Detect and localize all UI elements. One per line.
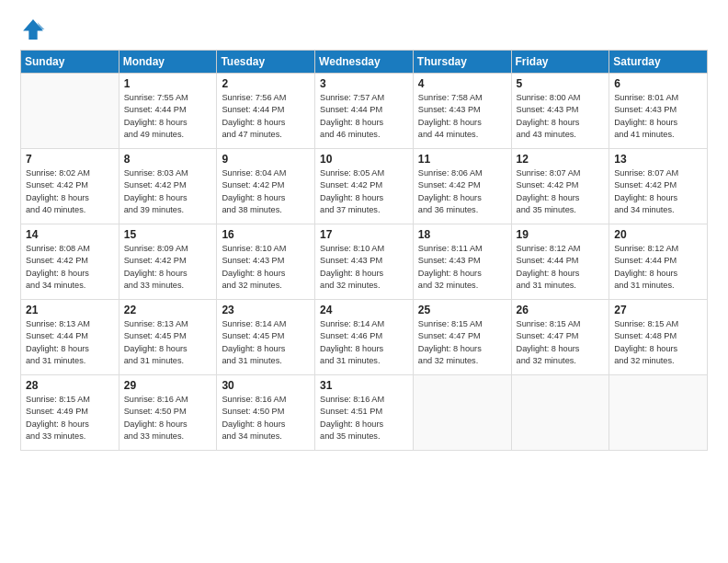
calendar-cell: 6Sunrise: 8:01 AM Sunset: 4:43 PM Daylig… [609,74,708,149]
day-number: 20 [614,228,702,241]
calendar-cell: 27Sunrise: 8:15 AM Sunset: 4:48 PM Dayli… [609,300,708,375]
calendar: SundayMondayTuesdayWednesdayThursdayFrid… [20,50,708,451]
calendar-week-row: 7Sunrise: 8:02 AM Sunset: 4:42 PM Daylig… [21,149,708,224]
header [20,17,708,42]
calendar-cell: 4Sunrise: 7:58 AM Sunset: 4:43 PM Daylig… [413,74,511,149]
day-info: Sunrise: 8:10 AM Sunset: 4:43 PM Dayligh… [320,243,408,292]
calendar-cell: 12Sunrise: 8:07 AM Sunset: 4:42 PM Dayli… [511,149,609,224]
day-of-week-header: Monday [119,51,217,74]
calendar-cell: 24Sunrise: 8:14 AM Sunset: 4:46 PM Dayli… [315,300,414,375]
logo [20,17,50,42]
day-info: Sunrise: 7:57 AM Sunset: 4:44 PM Dayligh… [320,92,408,141]
day-number: 1 [124,77,212,90]
day-info: Sunrise: 7:56 AM Sunset: 4:44 PM Dayligh… [222,92,310,141]
calendar-cell: 10Sunrise: 8:05 AM Sunset: 4:42 PM Dayli… [315,149,414,224]
day-number: 14 [26,228,114,241]
day-info: Sunrise: 8:06 AM Sunset: 4:42 PM Dayligh… [418,167,506,216]
svg-marker-0 [23,19,43,40]
calendar-cell: 18Sunrise: 8:11 AM Sunset: 4:43 PM Dayli… [413,224,511,300]
day-of-week-header: Tuesday [217,51,315,74]
calendar-cell: 3Sunrise: 7:57 AM Sunset: 4:44 PM Daylig… [315,74,414,149]
calendar-cell [413,375,511,451]
calendar-cell: 16Sunrise: 8:10 AM Sunset: 4:43 PM Dayli… [217,224,315,300]
calendar-cell: 21Sunrise: 8:13 AM Sunset: 4:44 PM Dayli… [21,300,119,375]
day-info: Sunrise: 8:05 AM Sunset: 4:42 PM Dayligh… [320,167,408,216]
day-number: 4 [418,77,506,90]
day-number: 26 [517,304,605,316]
day-info: Sunrise: 8:11 AM Sunset: 4:43 PM Dayligh… [418,243,506,292]
day-number: 29 [124,379,212,392]
day-info: Sunrise: 8:03 AM Sunset: 4:42 PM Dayligh… [124,167,212,216]
day-number: 17 [320,228,408,241]
day-number: 10 [320,153,408,166]
calendar-cell: 28Sunrise: 8:15 AM Sunset: 4:49 PM Dayli… [21,375,119,451]
day-info: Sunrise: 8:14 AM Sunset: 4:45 PM Dayligh… [222,318,310,367]
day-number: 23 [222,304,310,316]
day-number: 18 [418,228,506,241]
calendar-cell: 22Sunrise: 8:13 AM Sunset: 4:45 PM Dayli… [119,300,217,375]
day-number: 16 [222,228,310,241]
day-info: Sunrise: 8:10 AM Sunset: 4:43 PM Dayligh… [222,243,310,292]
day-info: Sunrise: 8:12 AM Sunset: 4:44 PM Dayligh… [614,243,702,292]
day-info: Sunrise: 8:07 AM Sunset: 4:42 PM Dayligh… [614,167,702,216]
day-number: 24 [320,304,408,316]
day-number: 2 [222,77,310,90]
day-number: 28 [26,379,114,392]
calendar-cell: 17Sunrise: 8:10 AM Sunset: 4:43 PM Dayli… [315,224,414,300]
day-number: 30 [222,379,310,392]
calendar-cell: 11Sunrise: 8:06 AM Sunset: 4:42 PM Dayli… [413,149,511,224]
calendar-cell: 19Sunrise: 8:12 AM Sunset: 4:44 PM Dayli… [511,224,609,300]
calendar-cell: 20Sunrise: 8:12 AM Sunset: 4:44 PM Dayli… [609,224,708,300]
day-number: 15 [124,228,212,241]
day-of-week-header: Friday [511,51,609,74]
day-info: Sunrise: 8:13 AM Sunset: 4:45 PM Dayligh… [124,318,212,367]
calendar-cell: 14Sunrise: 8:08 AM Sunset: 4:42 PM Dayli… [21,224,119,300]
day-info: Sunrise: 8:14 AM Sunset: 4:46 PM Dayligh… [320,318,408,367]
day-number: 8 [124,153,212,166]
day-info: Sunrise: 8:12 AM Sunset: 4:44 PM Dayligh… [517,243,605,292]
calendar-cell: 31Sunrise: 8:16 AM Sunset: 4:51 PM Dayli… [315,375,414,451]
calendar-cell: 9Sunrise: 8:04 AM Sunset: 4:42 PM Daylig… [217,149,315,224]
day-info: Sunrise: 8:04 AM Sunset: 4:42 PM Dayligh… [222,167,310,216]
day-info: Sunrise: 8:07 AM Sunset: 4:42 PM Dayligh… [517,167,605,216]
day-number: 7 [26,153,114,166]
logo-icon [20,17,46,42]
day-number: 13 [614,153,702,166]
calendar-cell: 2Sunrise: 7:56 AM Sunset: 4:44 PM Daylig… [217,74,315,149]
day-info: Sunrise: 8:08 AM Sunset: 4:42 PM Dayligh… [26,243,114,292]
day-info: Sunrise: 8:02 AM Sunset: 4:42 PM Dayligh… [26,167,114,216]
calendar-cell [511,375,609,451]
day-info: Sunrise: 8:15 AM Sunset: 4:49 PM Dayligh… [26,394,114,442]
calendar-cell: 15Sunrise: 8:09 AM Sunset: 4:42 PM Dayli… [119,224,217,300]
calendar-cell: 23Sunrise: 8:14 AM Sunset: 4:45 PM Dayli… [217,300,315,375]
day-info: Sunrise: 8:16 AM Sunset: 4:50 PM Dayligh… [124,394,212,442]
day-info: Sunrise: 8:00 AM Sunset: 4:43 PM Dayligh… [517,92,605,141]
day-number: 3 [320,77,408,90]
day-info: Sunrise: 8:09 AM Sunset: 4:42 PM Dayligh… [124,243,212,292]
day-info: Sunrise: 8:15 AM Sunset: 4:48 PM Dayligh… [614,318,702,367]
day-info: Sunrise: 8:01 AM Sunset: 4:43 PM Dayligh… [614,92,702,141]
calendar-week-row: 28Sunrise: 8:15 AM Sunset: 4:49 PM Dayli… [21,375,708,451]
calendar-cell [609,375,708,451]
day-info: Sunrise: 8:15 AM Sunset: 4:47 PM Dayligh… [418,318,506,367]
calendar-week-row: 14Sunrise: 8:08 AM Sunset: 4:42 PM Dayli… [21,224,708,300]
calendar-cell: 26Sunrise: 8:15 AM Sunset: 4:47 PM Dayli… [511,300,609,375]
calendar-header-row: SundayMondayTuesdayWednesdayThursdayFrid… [21,51,708,74]
day-of-week-header: Sunday [21,51,119,74]
day-number: 12 [517,153,605,166]
calendar-cell: 25Sunrise: 8:15 AM Sunset: 4:47 PM Dayli… [413,300,511,375]
day-of-week-header: Wednesday [315,51,414,74]
day-number: 21 [26,304,114,316]
day-number: 22 [124,304,212,316]
calendar-cell: 5Sunrise: 8:00 AM Sunset: 4:43 PM Daylig… [511,74,609,149]
day-info: Sunrise: 8:16 AM Sunset: 4:50 PM Dayligh… [222,394,310,442]
day-info: Sunrise: 8:15 AM Sunset: 4:47 PM Dayligh… [517,318,605,367]
calendar-week-row: 21Sunrise: 8:13 AM Sunset: 4:44 PM Dayli… [21,300,708,375]
day-of-week-header: Thursday [413,51,511,74]
day-info: Sunrise: 7:58 AM Sunset: 4:43 PM Dayligh… [418,92,506,141]
day-of-week-header: Saturday [609,51,708,74]
day-number: 31 [320,379,408,392]
calendar-cell: 1Sunrise: 7:55 AM Sunset: 4:44 PM Daylig… [119,74,217,149]
day-number: 25 [418,304,506,316]
day-info: Sunrise: 7:55 AM Sunset: 4:44 PM Dayligh… [124,92,212,141]
